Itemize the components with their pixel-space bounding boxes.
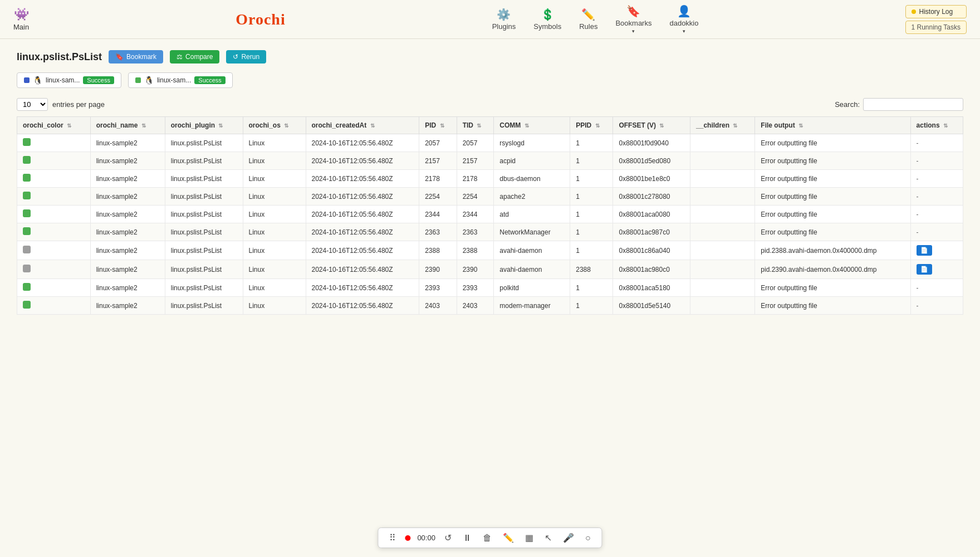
cell-actions: -	[910, 152, 963, 170]
search-input[interactable]	[863, 98, 963, 111]
table-row: linux-sample2linux.pslist.PsListLinux202…	[17, 206, 963, 223]
cell-children	[690, 134, 755, 152]
nav-dadokkio[interactable]: 👤 dadokkio ▾	[669, 4, 698, 34]
no-action-dash: -	[917, 302, 919, 310]
nav-rules[interactable]: ✏️ Rules	[579, 8, 597, 31]
cell-actions: 📄	[910, 241, 963, 260]
no-action-dash: -	[917, 157, 919, 165]
no-action-dash: -	[917, 211, 919, 218]
orochi-logo: Orochi	[236, 11, 285, 28]
cell-createdat: 2024-10-16T12:05:56.480Z	[306, 206, 419, 223]
sample-tab-2[interactable]: 🐧 linux-sam... Success	[128, 72, 233, 88]
cell-tid: 2157	[457, 152, 494, 170]
cell-name: linux-sample2	[90, 279, 165, 297]
table-row: linux-sample2linux.pslist.PsListLinux202…	[17, 152, 963, 170]
cell-plugin: linux.pslist.PsList	[165, 152, 243, 170]
cell-children	[690, 297, 755, 315]
color-dot	[23, 265, 31, 272]
tab1-badge: Success	[83, 76, 114, 84]
tab1-color-dot	[24, 77, 30, 83]
col-actions[interactable]: actions ⇅	[910, 117, 963, 134]
download-file-button[interactable]: 📄	[917, 245, 932, 256]
cell-os: Linux	[243, 188, 306, 206]
cell-offset: 0x88001c86a040	[613, 241, 690, 260]
col-orochi-color[interactable]: orochi_color ⇅	[17, 117, 91, 134]
col-tid-label: TID	[463, 121, 473, 129]
cell-actions: -	[910, 188, 963, 206]
col-comm-label: COMM	[499, 121, 521, 129]
sort-icon-pid: ⇅	[440, 123, 444, 129]
color-dot	[23, 192, 31, 199]
running-tasks-label: 1 Running Tasks	[912, 23, 961, 31]
cell-actions: 📄	[910, 260, 963, 279]
sort-icon-plugin: ⇅	[218, 123, 223, 129]
history-log-button[interactable]: History Log	[905, 5, 967, 18]
nav-plugins[interactable]: ⚙️ Plugins	[492, 8, 516, 31]
col-pid[interactable]: PID ⇅	[419, 117, 457, 134]
table-row: linux-sample2linux.pslist.PsListLinux202…	[17, 188, 963, 206]
compare-label: Compare	[185, 53, 213, 61]
col-orochi-plugin[interactable]: orochi_plugin ⇅	[165, 117, 243, 134]
no-action-dash: -	[917, 284, 919, 292]
cell-os: Linux	[243, 152, 306, 170]
cell-comm: dbus-daemon	[494, 170, 570, 188]
col-actions-label: actions	[917, 121, 940, 129]
col-file-output[interactable]: File output ⇅	[755, 117, 910, 134]
compare-button[interactable]: ⚖ Compare	[170, 50, 219, 63]
cell-file-output: pid.2388.avahi-daemon.0x400000.dmp	[755, 241, 910, 260]
bookmark-icon: 🔖	[115, 53, 124, 61]
cell-ppid: 1	[570, 170, 613, 188]
col-orochi-createdat[interactable]: orochi_createdAt ⇅	[306, 117, 419, 134]
col-ppid[interactable]: PPID ⇅	[570, 117, 613, 134]
running-tasks-button[interactable]: 1 Running Tasks	[905, 21, 967, 34]
entries-left: 10 25 50 100 entries per page	[17, 98, 105, 111]
cell-children	[690, 206, 755, 223]
cell-comm: apache2	[494, 188, 570, 206]
cell-children	[690, 260, 755, 279]
nav-symbols[interactable]: 💲 Symbols	[533, 8, 561, 31]
col-orochi-name[interactable]: orochi_name ⇅	[90, 117, 165, 134]
cell-offset: 0x88001be1e8c0	[613, 170, 690, 188]
cell-plugin: linux.pslist.PsList	[165, 260, 243, 279]
cell-actions: -	[910, 170, 963, 188]
cell-ppid: 1	[570, 134, 613, 152]
cell-name: linux-sample2	[90, 260, 165, 279]
bookmarks-label: Bookmarks	[615, 19, 651, 27]
nav-bookmarks[interactable]: 🔖 Bookmarks ▾	[615, 4, 651, 34]
col-comm[interactable]: COMM ⇅	[494, 117, 570, 134]
color-dot	[23, 138, 31, 146]
col-orochi-os-label: orochi_os	[249, 121, 281, 129]
cell-createdat: 2024-10-16T12:05:56.480Z	[306, 279, 419, 297]
cell-file-output: Error outputting file	[755, 152, 910, 170]
cell-name: linux-sample2	[90, 223, 165, 241]
table-row: linux-sample2linux.pslist.PsListLinux202…	[17, 297, 963, 315]
download-file-button[interactable]: 📄	[917, 264, 932, 275]
entries-per-page-select[interactable]: 10 25 50 100	[17, 98, 48, 111]
no-action-dash: -	[917, 139, 919, 147]
nav-center: ⚙️ Plugins 💲 Symbols ✏️ Rules 🔖 Bookmark…	[492, 4, 699, 34]
cell-tid: 2393	[457, 279, 494, 297]
cell-tid: 2390	[457, 260, 494, 279]
cell-tid: 2254	[457, 188, 494, 206]
cell-name: linux-sample2	[90, 188, 165, 206]
cell-pid: 2363	[419, 223, 457, 241]
cell-tid: 2403	[457, 297, 494, 315]
col-children[interactable]: __children ⇅	[690, 117, 755, 134]
col-offset[interactable]: OFFSET (V) ⇅	[613, 117, 690, 134]
cell-plugin: linux.pslist.PsList	[165, 134, 243, 152]
page-title-row: linux.pslist.PsList 🔖 Bookmark ⚖ Compare…	[17, 50, 963, 63]
sample-tab-1[interactable]: 🐧 linux-sam... Success	[17, 72, 121, 88]
bookmark-button[interactable]: 🔖 Bookmark	[109, 50, 163, 63]
entries-label: entries per page	[52, 100, 105, 109]
cell-offset: 0x88001c278080	[613, 188, 690, 206]
cell-ppid: 1	[570, 279, 613, 297]
cell-plugin: linux.pslist.PsList	[165, 241, 243, 260]
rerun-button[interactable]: ↺ Rerun	[226, 50, 266, 63]
cell-color	[17, 260, 91, 279]
col-orochi-os[interactable]: orochi_os ⇅	[243, 117, 306, 134]
col-tid[interactable]: TID ⇅	[457, 117, 494, 134]
cell-name: linux-sample2	[90, 152, 165, 170]
cell-comm: polkitd	[494, 279, 570, 297]
no-action-dash: -	[917, 193, 919, 201]
nav-main[interactable]: 👾 Main	[13, 7, 29, 31]
